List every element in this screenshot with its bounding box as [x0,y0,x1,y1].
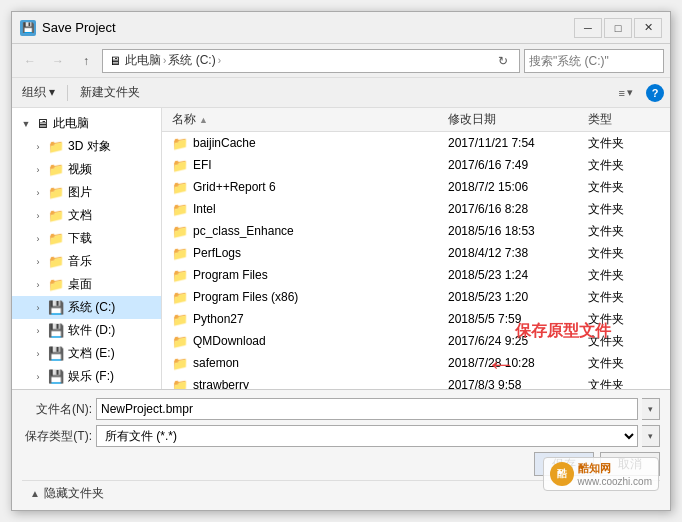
organize-bar: 组织 ▾ 新建文件夹 ≡ ▾ ? [12,78,670,108]
address-drive[interactable]: 系统 (C:) [168,52,215,69]
expand-icon-drive-d: › [32,325,44,337]
file-name-cell: 📁 Program Files [168,268,444,283]
folder-icon-downloads: 📁 [48,231,64,246]
file-date-cell: 2018/5/16 18:53 [444,224,584,238]
sidebar-item-drive-c[interactable]: › 💾 系统 (C:) [12,296,161,319]
file-name-cell: 📁 PerfLogs [168,246,444,261]
folder-icon: 📁 [172,356,188,371]
filename-dropdown-button[interactable]: ▾ [642,398,660,420]
sidebar-item-video[interactable]: › 📁 视频 [12,158,161,181]
file-list: 📁 baijinCache 2017/11/21 7:54 文件夹 📁 EFI … [162,132,670,389]
file-name-cell: 📁 baijinCache [168,136,444,151]
file-date-cell: 2018/5/23 1:20 [444,290,584,304]
sidebar-item-drive-d[interactable]: › 💾 软件 (D:) [12,319,161,342]
address-path: 此电脑 › 系统 (C:) › [125,52,489,69]
search-box: 🔍 [524,49,664,73]
sidebar-item-music[interactable]: › 📁 音乐 [12,250,161,273]
table-row[interactable]: 📁 Python27 2018/5/5 7:59 文件夹 [162,308,670,330]
forward-button[interactable]: → [46,49,70,73]
expand-icon-images: › [32,187,44,199]
sidebar-label-drive-c: 系统 (C:) [68,299,157,316]
sidebar-item-downloads[interactable]: › 📁 下载 [12,227,161,250]
table-row[interactable]: 📁 Program Files 2018/5/23 1:24 文件夹 [162,264,670,286]
folder-icon: 📁 [172,312,188,327]
new-folder-button[interactable]: 新建文件夹 [76,82,144,103]
navigation-toolbar: ← → ↑ 🖥 此电脑 › 系统 (C:) › ↻ 🔍 [12,44,670,78]
file-type-cell: 文件夹 [584,245,664,262]
close-button[interactable]: ✕ [634,18,662,38]
file-type-cell: 文件夹 [584,377,664,390]
sidebar-item-docs[interactable]: › 📁 文档 [12,204,161,227]
expand-icon-video: › [32,164,44,176]
table-row[interactable]: 📁 baijinCache 2017/11/21 7:54 文件夹 [162,132,670,154]
bottom-section: 文件名(N): ▾ 保存类型(T): 所有文件 (*.*) ▾ 保存 取消 ▲ … [12,389,670,510]
table-row[interactable]: 📁 Grid++Report 6 2018/7/2 15:06 文件夹 [162,176,670,198]
refresh-button[interactable]: ↻ [493,51,513,71]
expand-icon-3d: › [32,141,44,153]
expand-icon-docs: › [32,210,44,222]
hide-folder-expand-icon[interactable]: ▲ [30,488,40,499]
file-type-cell: 文件夹 [584,311,664,328]
file-name: Python27 [193,312,244,326]
file-name: PerfLogs [193,246,241,260]
organize-button[interactable]: 组织 ▾ [18,82,59,103]
save-dialog: 💾 Save Project ─ □ ✕ ← → ↑ 🖥 此电脑 › 系统 (C… [11,11,671,511]
file-date-cell: 2017/6/16 7:49 [444,158,584,172]
file-name: strawberry [193,378,249,389]
file-date-cell: 2018/7/2 15:06 [444,180,584,194]
sidebar-item-3d[interactable]: › 📁 3D 对象 [12,135,161,158]
file-type-cell: 文件夹 [584,355,664,372]
file-date-cell: 2017/8/3 9:58 [444,378,584,389]
table-row[interactable]: 📁 pc_class_Enhance 2018/5/16 18:53 文件夹 [162,220,670,242]
minimize-button[interactable]: ─ [574,18,602,38]
view-button[interactable]: ≡ ▾ [614,83,638,102]
file-name: baijinCache [193,136,256,150]
table-row[interactable]: 📁 EFI 2017/6/16 7:49 文件夹 [162,154,670,176]
folder-icon-video: 📁 [48,162,64,177]
folder-icon: 📁 [172,202,188,217]
table-row[interactable]: 📁 Intel 2017/6/16 8:28 文件夹 [162,198,670,220]
hide-folder-label[interactable]: 隐藏文件夹 [44,485,104,502]
col-header-type[interactable]: 类型 [584,108,664,131]
drive-d-icon: 💾 [48,323,64,338]
help-button[interactable]: ? [646,84,664,102]
file-date-cell: 2017/11/21 7:54 [444,136,584,150]
col-header-date[interactable]: 修改日期 [444,108,584,131]
folder-icon: 📁 [172,334,188,349]
table-row[interactable]: 📁 safemon 2018/7/28 10:28 文件夹 [162,352,670,374]
sidebar-label-drive-f: 娱乐 (F:) [68,368,157,385]
toolbar-separator [67,85,68,101]
search-input[interactable] [525,54,682,68]
sidebar-item-pc[interactable]: ▼ 🖥 此电脑 [12,112,161,135]
address-icon: 🖥 [109,54,121,68]
drive-f-icon: 💾 [48,369,64,384]
folder-icon: 📁 [172,136,188,151]
filename-input[interactable] [96,398,638,420]
back-button[interactable]: ← [18,49,42,73]
file-name-cell: 📁 Python27 [168,312,444,327]
sidebar-item-images[interactable]: › 📁 图片 [12,181,161,204]
sidebar-item-drive-e[interactable]: › 💾 文档 (E:) [12,342,161,365]
filetype-select[interactable]: 所有文件 (*.*) [96,425,638,447]
file-type-cell: 文件夹 [584,157,664,174]
address-pc[interactable]: 此电脑 [125,52,161,69]
up-button[interactable]: ↑ [74,49,98,73]
sidebar-item-desktop[interactable]: › 📁 桌面 [12,273,161,296]
file-name: EFI [193,158,212,172]
file-list-header: 名称 ▲ 修改日期 类型 [162,108,670,132]
file-name: Program Files [193,268,268,282]
table-row[interactable]: 📁 PerfLogs 2018/4/12 7:38 文件夹 [162,242,670,264]
table-row[interactable]: 📁 Program Files (x86) 2018/5/23 1:20 文件夹 [162,286,670,308]
window-controls: ─ □ ✕ [574,18,662,38]
main-area: ▼ 🖥 此电脑 › 📁 3D 对象 › 📁 视频 › 📁 图片 [12,108,670,389]
file-name: safemon [193,356,239,370]
drive-e-icon: 💾 [48,346,64,361]
table-row[interactable]: 📁 QMDownload 2017/6/24 9:25 文件夹 [162,330,670,352]
file-type-cell: 文件夹 [584,135,664,152]
file-date-cell: 2018/5/5 7:59 [444,312,584,326]
filetype-dropdown-button[interactable]: ▾ [642,425,660,447]
sidebar-item-drive-f[interactable]: › 💾 娱乐 (F:) [12,365,161,388]
maximize-button[interactable]: □ [604,18,632,38]
table-row[interactable]: 📁 strawberry 2017/8/3 9:58 文件夹 [162,374,670,389]
col-header-name[interactable]: 名称 ▲ [168,108,444,131]
